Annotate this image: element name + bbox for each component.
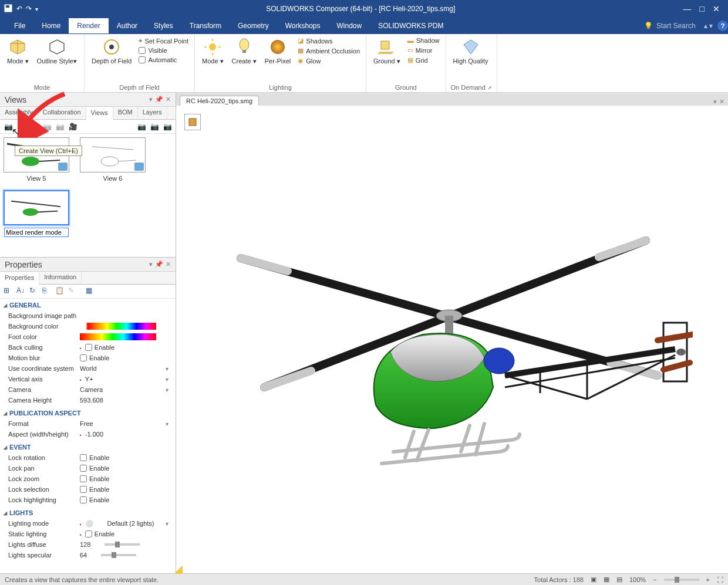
prop-row-format[interactable]: FormatFree xyxy=(4,418,172,429)
views-toolbar-btn8[interactable]: 📷 xyxy=(149,121,160,133)
ribbon-visible-check[interactable]: Visible xyxy=(137,46,190,55)
prop-row-lock-highlighting[interactable]: Lock highlightingEnable xyxy=(4,495,172,505)
status-fullscreen-icon[interactable]: ⛶ xyxy=(717,576,723,583)
ribbon-lighting-mode[interactable]: Mode ▾ xyxy=(200,36,226,66)
prop-row-use-coordinate-system[interactable]: Use coordinate systemWorld xyxy=(4,363,172,374)
menu-author[interactable]: Author xyxy=(109,18,146,33)
undo-icon[interactable]: ↶ xyxy=(16,5,22,13)
prop-row-static-lighting[interactable]: Static lightingEnable xyxy=(4,529,172,539)
panel-close-icon[interactable]: ✕ xyxy=(166,96,171,103)
views-toolbar-btn9[interactable]: 📷 xyxy=(161,121,173,133)
ribbon-collapse-icon[interactable]: ▴ ▾ xyxy=(704,22,713,30)
props-categorize-icon[interactable]: ⊞ xyxy=(4,286,14,297)
tab-properties[interactable]: Properties xyxy=(0,272,39,285)
status-view-mode-1[interactable]: ▣ xyxy=(591,576,596,583)
document-tab[interactable]: RC Heli-2020_tips.smg xyxy=(180,96,259,106)
status-zoom-out[interactable]: − xyxy=(653,576,656,583)
tab-information[interactable]: Information xyxy=(39,272,82,284)
prop-row-foot-color[interactable]: Foot color xyxy=(4,332,172,342)
panel-dropdown-icon[interactable]: ▾ xyxy=(149,96,153,103)
prop-row-lock-rotation[interactable]: Lock rotationEnable xyxy=(4,452,172,463)
redo-icon[interactable]: ↷ xyxy=(26,5,32,13)
menu-workshops[interactable]: Workshops xyxy=(277,18,329,33)
ribbon-dof-button[interactable]: Depth of Field xyxy=(89,36,134,66)
tab-bom[interactable]: BOM xyxy=(113,107,138,119)
view-rename-input[interactable] xyxy=(4,228,69,237)
doc-dropdown-icon[interactable]: ▾ xyxy=(713,98,717,106)
resize-handle[interactable] xyxy=(174,566,183,574)
slider[interactable] xyxy=(101,554,136,556)
prop-row-aspect-width-height-[interactable]: Aspect (width/height)-1.000 xyxy=(4,429,172,439)
viewport[interactable] xyxy=(176,106,728,573)
minimize-button[interactable]: — xyxy=(683,4,692,13)
prop-row-lighting-mode[interactable]: Lighting mode⚪Default (2 lights) xyxy=(4,518,172,529)
views-toolbar-btn6[interactable]: 🎥 xyxy=(67,121,79,133)
prop-row-back-culling[interactable]: Back cullingEnable xyxy=(4,342,172,353)
view-thumb-6[interactable]: View 6 xyxy=(80,137,146,182)
ribbon-ground-shadow[interactable]: ▬Shadow xyxy=(406,36,441,45)
props-reset-icon[interactable]: ↻ xyxy=(29,286,40,297)
ribbon-ground-button[interactable]: Ground ▾ xyxy=(371,36,403,66)
ribbon-per-pixel[interactable]: Per-Pixel xyxy=(262,36,294,66)
ribbon-focal-point[interactable]: ⌖Set Focal Point xyxy=(137,36,190,45)
prop-row-vertical-axis[interactable]: Vertical axisY+ xyxy=(4,374,172,384)
prop-section-publication-aspect[interactable]: PUBLICATION ASPECT xyxy=(4,408,172,418)
ribbon-ground-mirror[interactable]: ▭Mirror xyxy=(406,46,441,55)
ribbon-shadows[interactable]: ◪Shadows xyxy=(296,36,361,45)
menu-transform[interactable]: Transform xyxy=(181,18,230,33)
props-paste-icon[interactable]: 📋 xyxy=(55,286,66,297)
prop-section-lights[interactable]: LIGHTS xyxy=(4,508,172,518)
panel-pin-icon[interactable]: 📌 xyxy=(155,96,163,103)
ribbon-mode-button[interactable]: Mode ▾ xyxy=(5,36,31,66)
prop-row-camera[interactable]: CameraCamera xyxy=(4,384,172,395)
menu-home[interactable]: Home xyxy=(33,18,69,33)
prop-section-event[interactable]: EVENT xyxy=(4,442,172,452)
save-icon[interactable] xyxy=(4,4,13,15)
tab-layers[interactable]: Layers xyxy=(138,107,167,119)
views-toolbar-btn4[interactable]: 📷 xyxy=(41,121,53,133)
prop-row-background-color[interactable]: Background color xyxy=(4,321,172,332)
tab-assembly[interactable]: Assembly xyxy=(0,107,38,119)
view-thumb-5[interactable]: View 5 xyxy=(4,137,69,182)
help-icon[interactable]: ? xyxy=(717,21,728,31)
menu-solidworks-pdm[interactable]: SOLIDWORKS PDM xyxy=(370,18,451,33)
ribbon-lighting-create[interactable]: Create ▾ xyxy=(230,36,259,66)
prop-row-motion-blur[interactable]: Motion blurEnable xyxy=(4,353,172,363)
panel-dropdown-icon[interactable]: ▾ xyxy=(149,261,153,268)
menu-styles[interactable]: Styles xyxy=(146,18,181,33)
helicopter-model[interactable] xyxy=(211,235,693,469)
tab-views[interactable]: Views xyxy=(86,107,113,120)
viewport-corner-control[interactable] xyxy=(184,114,201,130)
slider[interactable] xyxy=(105,543,140,546)
prop-row-lights-specular[interactable]: Lights specular64 xyxy=(4,550,172,560)
ribbon-automatic-check[interactable]: Automatic xyxy=(137,56,190,64)
prop-row-lights-diffuse[interactable]: Lights diffuse128 xyxy=(4,539,172,550)
props-copy-icon[interactable]: ⎘ xyxy=(42,286,53,297)
views-toolbar-btn7[interactable]: 📷 xyxy=(136,121,147,133)
prop-row-camera-height[interactable]: Camera Height593.608 xyxy=(4,395,172,405)
menu-window[interactable]: Window xyxy=(329,18,370,33)
props-sort-icon[interactable]: A↓ xyxy=(16,286,27,297)
views-toolbar-btn5[interactable]: 📷 xyxy=(54,121,66,133)
menu-geometry[interactable]: Geometry xyxy=(230,18,277,33)
prop-row-lock-pan[interactable]: Lock panEnable xyxy=(4,463,172,474)
create-view-button[interactable]: 📷 xyxy=(2,121,14,133)
ribbon-ground-grid[interactable]: ▦Grid xyxy=(406,56,441,65)
view-thumb-selected[interactable] xyxy=(4,190,69,237)
panel-pin-icon[interactable]: 📌 xyxy=(155,261,163,268)
color-swatch[interactable] xyxy=(80,323,156,330)
update-view-button[interactable]: 🔄 xyxy=(28,121,40,133)
prop-row-background-image-path[interactable]: Background image path xyxy=(4,310,172,321)
status-zoom-slider[interactable] xyxy=(664,579,699,581)
ribbon-glow[interactable]: ◉Glow xyxy=(296,56,361,65)
tab-collaboration[interactable]: Collaboration xyxy=(38,107,86,119)
menu-render[interactable]: Render xyxy=(69,18,108,33)
status-zoom-in[interactable]: + xyxy=(706,576,710,583)
color-swatch[interactable] xyxy=(80,333,156,340)
status-view-mode-3[interactable]: ▤ xyxy=(616,576,622,583)
panel-close-icon[interactable]: ✕ xyxy=(166,261,171,268)
doc-close-icon[interactable]: ✕ xyxy=(719,98,724,106)
ribbon-ao[interactable]: ▦Ambient Occlusion xyxy=(296,46,361,55)
prop-row-lock-selection[interactable]: Lock selectionEnable xyxy=(4,484,172,495)
search-area[interactable]: 💡 Start Search xyxy=(644,22,704,30)
